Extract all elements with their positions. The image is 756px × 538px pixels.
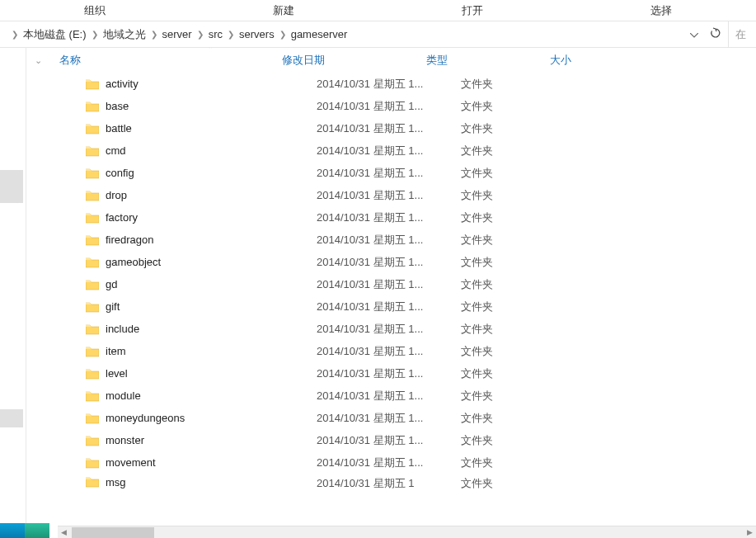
file-type: 文件夹 [461,210,585,225]
folder-icon [86,78,99,90]
file-date: 2014/10/31 星期五 1... [317,322,461,337]
column-size[interactable]: 大小 [542,48,624,73]
search-input[interactable]: 在 [728,21,753,47]
folder-icon [86,457,99,469]
file-name: gd [106,278,317,290]
file-type: 文件夹 [461,121,585,136]
toolbar-organize[interactable]: 组织 [0,0,189,21]
file-name: item [106,345,317,357]
file-row[interactable]: msg2014/10/31 星期五 1文件夹 [26,474,756,488]
toolbar-select[interactable]: 选择 [567,0,756,21]
file-row[interactable]: base2014/10/31 星期五 1...文件夹 [26,95,756,117]
toolbar-new[interactable]: 新建 [189,0,378,21]
chevron-right-icon[interactable]: ❯ [226,30,236,39]
file-date: 2014/10/31 星期五 1... [317,277,461,292]
file-row[interactable]: gift2014/10/31 星期五 1...文件夹 [26,295,756,318]
chevron-right-icon[interactable]: ❯ [10,30,20,39]
file-date: 2014/10/31 星期五 1... [317,188,461,203]
sort-indicator-icon: ⌃ [208,48,214,53]
file-date: 2014/10/31 星期五 1... [317,233,461,248]
file-type: 文件夹 [461,166,585,181]
file-name: level [106,367,317,380]
file-type: 文件夹 [461,188,585,203]
file-type: 文件夹 [461,233,585,248]
file-row[interactable]: gd2014/10/31 星期五 1...文件夹 [26,273,756,295]
file-name: factory [106,211,317,224]
column-type[interactable]: 类型 [418,48,542,73]
folder-icon [86,346,99,357]
breadcrumb-item[interactable]: 本地磁盘 (E:) [20,27,90,42]
file-row[interactable]: moneydungeons2014/10/31 星期五 1...文件夹 [26,407,756,429]
file-row[interactable]: movement2014/10/31 星期五 1...文件夹 [26,451,756,474]
chevron-right-icon[interactable]: ❯ [90,30,100,39]
refresh-button[interactable] [703,27,728,41]
file-date: 2014/10/31 星期五 1... [317,121,461,136]
file-type: 文件夹 [461,255,585,270]
file-type: 文件夹 [461,433,585,448]
toolbar: 组织 新建 打开 选择 [0,0,756,21]
file-row[interactable]: level2014/10/31 星期五 1...文件夹 [26,362,756,385]
taskbar-fragment [0,523,49,538]
folder-icon [86,101,99,112]
file-type: 文件夹 [461,99,585,114]
file-row[interactable]: factory2014/10/31 星期五 1...文件夹 [26,206,756,229]
folder-icon [86,168,99,179]
file-type: 文件夹 [461,344,585,359]
file-row[interactable]: gameobject2014/10/31 星期五 1...文件夹 [26,251,756,273]
file-row[interactable]: module2014/10/31 星期五 1...文件夹 [26,385,756,407]
chevron-right-icon[interactable]: ❯ [149,30,159,39]
file-list: activity2014/10/31 星期五 1...文件夹base2014/1… [26,73,756,538]
file-type: 文件夹 [461,411,585,426]
file-row[interactable]: battle2014/10/31 星期五 1...文件夹 [26,117,756,139]
scroll-thumb[interactable] [72,527,154,538]
chevron-right-icon[interactable]: ❯ [195,30,205,39]
breadcrumb-item[interactable]: servers [236,28,278,40]
breadcrumb-item[interactable]: gameserver [288,28,351,40]
breadcrumb-item[interactable]: server [159,28,195,40]
file-date: 2014/10/31 星期五 1... [317,210,461,225]
column-name[interactable]: ⌄ 名称 ⌃ [26,48,274,73]
file-type: 文件夹 [461,77,585,92]
file-row[interactable]: config2014/10/31 星期五 1...文件夹 [26,162,756,184]
folder-icon [86,190,99,201]
file-row[interactable]: firedragon2014/10/31 星期五 1...文件夹 [26,229,756,251]
file-date: 2014/10/31 星期五 1... [317,366,461,381]
file-name: movement [106,456,317,469]
column-date[interactable]: 修改日期 [274,48,418,73]
file-row[interactable]: drop2014/10/31 星期五 1...文件夹 [26,184,756,206]
scroll-right-icon[interactable]: ▶ [744,526,756,539]
file-type: 文件夹 [461,322,585,337]
sidebar-scroll-thumb[interactable] [0,409,23,427]
file-type: 文件夹 [461,144,585,158]
folder-icon [86,390,99,402]
columns-header: ⌄ 名称 ⌃ 修改日期 类型 大小 [26,48,756,73]
file-date: 2014/10/31 星期五 1... [317,77,461,92]
horizontal-scrollbar[interactable]: ◀ ▶ [58,526,756,538]
sidebar-scroll-thumb[interactable] [0,170,23,203]
folder-icon [86,368,99,380]
file-row[interactable]: item2014/10/31 星期五 1...文件夹 [26,340,756,362]
file-date: 2014/10/31 星期五 1... [317,300,461,314]
file-row[interactable]: cmd2014/10/31 星期五 1...文件夹 [26,139,756,162]
file-date: 2014/10/31 星期五 1 [317,476,461,488]
breadcrumb: ❯ 本地磁盘 (E:) ❯ 地域之光 ❯ server ❯ src ❯ serv… [3,27,685,42]
column-name-label: 名称 [59,53,81,68]
sidebar [0,48,26,538]
file-name: moneydungeons [106,412,317,424]
folder-icon [86,234,99,246]
file-name: firedragon [106,234,317,246]
breadcrumb-item[interactable]: 地域之光 [100,27,149,42]
folder-icon [86,476,99,488]
file-row[interactable]: activity2014/10/31 星期五 1...文件夹 [26,73,756,95]
content-area: ⌄ 名称 ⌃ 修改日期 类型 大小 activity2014/10/31 星期五… [26,48,756,538]
chevron-right-icon[interactable]: ❯ [278,30,288,39]
scroll-left-icon[interactable]: ◀ [58,526,70,539]
file-row[interactable]: include2014/10/31 星期五 1...文件夹 [26,318,756,340]
breadcrumb-item[interactable]: src [205,28,226,40]
file-type: 文件夹 [461,476,585,488]
folder-icon [86,413,99,424]
address-dropdown[interactable] [685,28,703,40]
file-row[interactable]: monster2014/10/31 星期五 1...文件夹 [26,429,756,451]
toolbar-open[interactable]: 打开 [378,0,567,21]
refresh-icon [710,27,721,39]
